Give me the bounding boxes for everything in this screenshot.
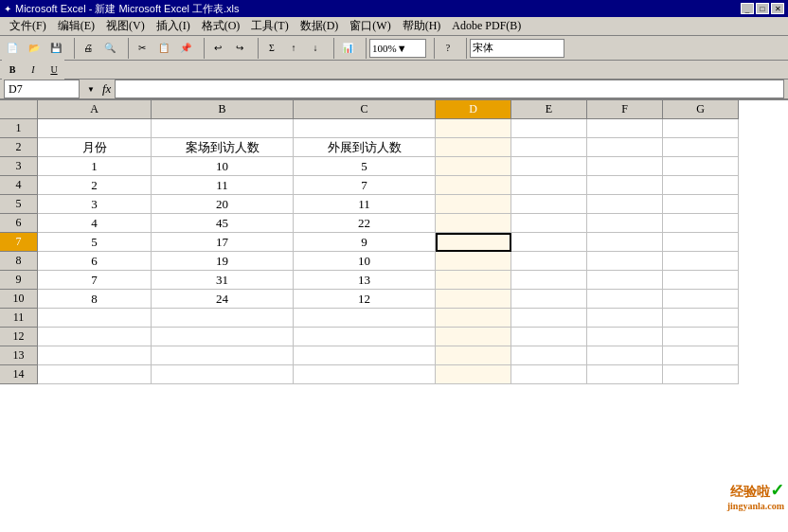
cell-G9[interactable] xyxy=(663,271,739,290)
cell-B8[interactable]: 19 xyxy=(152,252,294,271)
cell-D10[interactable] xyxy=(436,290,511,309)
cell-G7[interactable] xyxy=(663,233,739,252)
cell-B4[interactable]: 11 xyxy=(152,176,294,195)
cell-D13[interactable] xyxy=(436,346,511,365)
cell-A3[interactable]: 1 xyxy=(38,157,152,176)
copy-button[interactable]: 📋 xyxy=(153,38,174,59)
cell-C6[interactable]: 22 xyxy=(294,214,436,233)
cell-B11[interactable] xyxy=(152,309,294,328)
cell-D5[interactable] xyxy=(436,195,511,214)
cell-G13[interactable] xyxy=(663,346,739,365)
minimize-button[interactable]: _ xyxy=(741,3,754,14)
cell-E10[interactable] xyxy=(511,290,587,309)
cell-G10[interactable] xyxy=(663,290,739,309)
print-preview-button[interactable]: 🔍 xyxy=(99,38,120,59)
cell-E7[interactable] xyxy=(511,233,587,252)
cell-B2[interactable]: 案场到访人数 xyxy=(152,138,294,157)
cell-B3[interactable]: 10 xyxy=(152,157,294,176)
cell-F9[interactable] xyxy=(587,271,663,290)
cell-F5[interactable] xyxy=(587,195,663,214)
zoom-box[interactable]: 100%▼ xyxy=(369,39,426,58)
cell-E4[interactable] xyxy=(511,176,587,195)
cell-reference-box[interactable]: D7 xyxy=(4,80,80,98)
underline-button[interactable]: U xyxy=(44,60,64,80)
cell-G2[interactable] xyxy=(663,138,739,157)
cell-F2[interactable] xyxy=(587,138,663,157)
cell-C8[interactable]: 10 xyxy=(294,252,436,271)
cell-D8[interactable] xyxy=(436,252,511,271)
help-button[interactable]: ? xyxy=(438,38,458,59)
cell-C3[interactable]: 5 xyxy=(294,157,436,176)
col-header-B[interactable]: B xyxy=(152,100,294,119)
row-number-7[interactable]: 7 xyxy=(0,233,38,252)
cell-A14[interactable] xyxy=(38,365,152,384)
cell-D9[interactable] xyxy=(436,271,511,290)
cell-D6[interactable] xyxy=(436,214,511,233)
cell-B6[interactable]: 45 xyxy=(152,214,294,233)
cell-G1[interactable] xyxy=(663,119,739,138)
cell-F6[interactable] xyxy=(587,214,663,233)
save-button[interactable]: 💾 xyxy=(45,38,66,59)
cell-B14[interactable] xyxy=(152,365,294,384)
cell-G8[interactable] xyxy=(663,252,739,271)
menu-item-w[interactable]: 窗口(W) xyxy=(344,17,396,35)
cell-F1[interactable] xyxy=(587,119,663,138)
cell-A13[interactable] xyxy=(38,346,152,365)
cell-A11[interactable] xyxy=(38,309,152,328)
col-header-G[interactable]: G xyxy=(663,100,739,119)
cell-A10[interactable]: 8 xyxy=(38,290,152,309)
cell-G5[interactable] xyxy=(663,195,739,214)
cell-A7[interactable]: 5 xyxy=(38,233,152,252)
col-header-E[interactable]: E xyxy=(511,100,587,119)
cell-F10[interactable] xyxy=(587,290,663,309)
cell-F14[interactable] xyxy=(587,365,663,384)
menu-item-f[interactable]: 文件(F) xyxy=(4,17,52,35)
cell-E11[interactable] xyxy=(511,309,587,328)
col-header-A[interactable]: A xyxy=(38,100,152,119)
row-number-2[interactable]: 2 xyxy=(0,138,38,157)
row-number-3[interactable]: 3 xyxy=(0,157,38,176)
maximize-button[interactable]: □ xyxy=(756,3,769,14)
print-button[interactable]: 🖨 xyxy=(78,38,98,59)
cell-G12[interactable] xyxy=(663,328,739,346)
row-number-12[interactable]: 12 xyxy=(0,328,38,346)
cell-E3[interactable] xyxy=(511,157,587,176)
cell-E12[interactable] xyxy=(511,328,587,346)
undo-button[interactable]: ↩ xyxy=(207,38,228,59)
row-number-8[interactable]: 8 xyxy=(0,252,38,271)
row-number-14[interactable]: 14 xyxy=(0,365,38,384)
cell-A9[interactable]: 7 xyxy=(38,271,152,290)
chart-button[interactable]: 📊 xyxy=(337,38,358,59)
cell-F12[interactable] xyxy=(587,328,663,346)
cell-C7[interactable]: 9 xyxy=(294,233,436,252)
cell-F13[interactable] xyxy=(587,346,663,365)
cell-D12[interactable] xyxy=(436,328,511,346)
cell-D11[interactable] xyxy=(436,309,511,328)
cell-C10[interactable]: 12 xyxy=(294,290,436,309)
row-number-6[interactable]: 6 xyxy=(0,214,38,233)
cell-B9[interactable]: 31 xyxy=(152,271,294,290)
menu-item-d[interactable]: 数据(D) xyxy=(295,17,345,35)
cell-C13[interactable] xyxy=(294,346,436,365)
col-header-F[interactable]: F xyxy=(587,100,663,119)
cell-C1[interactable] xyxy=(294,119,436,138)
cut-button[interactable]: ✂ xyxy=(132,38,152,59)
cell-G3[interactable] xyxy=(663,157,739,176)
row-number-11[interactable]: 11 xyxy=(0,309,38,328)
cell-C11[interactable] xyxy=(294,309,436,328)
menu-item-e[interactable]: 编辑(E) xyxy=(52,17,100,35)
cell-G14[interactable] xyxy=(663,365,739,384)
cell-D7[interactable] xyxy=(436,233,511,252)
menu-item-v[interactable]: 视图(V) xyxy=(100,17,151,35)
col-header-D[interactable]: D xyxy=(436,100,511,119)
cell-C5[interactable]: 11 xyxy=(294,195,436,214)
cell-D3[interactable] xyxy=(436,157,511,176)
menu-item-h[interactable]: 帮助(H) xyxy=(397,17,447,35)
redo-button[interactable]: ↪ xyxy=(229,38,250,59)
open-button[interactable]: 📂 xyxy=(24,38,45,59)
cell-D1[interactable] xyxy=(436,119,511,138)
italic-button[interactable]: I xyxy=(23,60,44,80)
cell-D4[interactable] xyxy=(436,176,511,195)
cell-F8[interactable] xyxy=(587,252,663,271)
cell-A5[interactable]: 3 xyxy=(38,195,152,214)
